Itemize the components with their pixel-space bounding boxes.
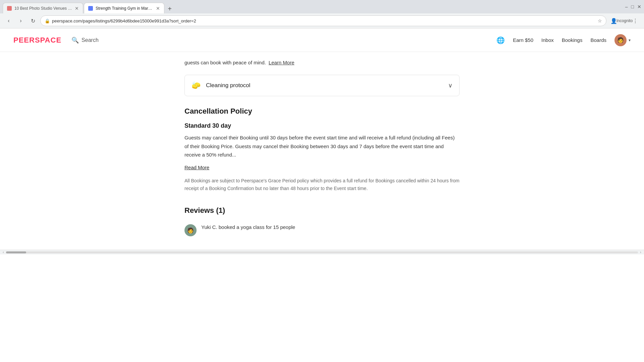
forward-button[interactable]: › (16, 16, 25, 25)
browser-tab-2[interactable]: Strength Training Gym in Markh... ✕ (84, 3, 164, 13)
scrollbar-track (6, 251, 638, 253)
cancellation-policy-title: Cancellation Policy (184, 107, 460, 116)
chevron-down-icon: ▾ (629, 38, 631, 43)
search-icon: 🔍 (71, 37, 79, 44)
tab2-favicon (88, 6, 93, 11)
scroll-left-arrow[interactable]: ‹ (1, 250, 6, 255)
reviews-section: Reviews (1) 🧑 Yuki C. booked a yoga clas… (184, 206, 460, 236)
peerspace-logo[interactable]: PEERSPACE (13, 36, 61, 45)
header-nav: 🌐 Earn $50 Inbox Bookings Boards 🧑 ▾ (496, 34, 631, 46)
globe-icon[interactable]: 🌐 (496, 36, 505, 44)
cleaning-protocol-header[interactable]: 🧽 Cleaning protocol ∨ (185, 75, 459, 96)
cleaning-icon: 🧽 (192, 81, 201, 90)
review-item-1: 🧑 Yuki C. booked a yoga class for 15 peo… (184, 220, 460, 236)
standard-30-day-title: Standard 30 day (184, 122, 460, 129)
lock-icon: 🔒 (45, 18, 50, 23)
maximize-button[interactable]: □ (631, 4, 634, 9)
close-button[interactable]: ✕ (637, 4, 641, 9)
reviewer-text: Yuki C. booked a yoga class for 15 peopl… (201, 224, 295, 230)
top-intro-text: guests can book with peace of mind. Lear… (184, 59, 460, 67)
star-icon[interactable]: ☆ (598, 18, 602, 23)
reviewer-action-text: booked a yoga class for 15 people (219, 224, 296, 230)
scrollbar-thumb[interactable] (6, 251, 26, 253)
reviews-title: Reviews (1) (184, 206, 460, 215)
search-label: Search (82, 37, 99, 43)
learn-more-link[interactable]: Learn More (269, 60, 294, 65)
back-button[interactable]: ‹ (4, 16, 13, 25)
inbox-link[interactable]: Inbox (541, 37, 554, 43)
window-controls: – □ ✕ (625, 4, 641, 9)
address-bar[interactable]: 🔒 peerspace.com/pages/listings/6299b4d6b… (40, 15, 606, 26)
reviewer-avatar: 🧑 (184, 224, 197, 236)
tab1-favicon (7, 6, 12, 11)
minimize-button[interactable]: – (625, 4, 628, 9)
address-bar-actions: ☆ (598, 18, 602, 23)
user-avatar: 🧑 (614, 34, 627, 46)
browser-tab-1[interactable]: 10 Best Photo Studio Venues - T... ✕ (3, 3, 83, 13)
tab1-title: 10 Best Photo Studio Venues - T... (14, 6, 72, 11)
bottom-scrollbar[interactable]: ‹ › (0, 250, 644, 254)
earn-link[interactable]: Earn $50 (513, 37, 533, 43)
boards-link[interactable]: Boards (590, 37, 606, 43)
policy-description-text: Guests may cancel their Booking until 30… (184, 133, 460, 159)
menu-button[interactable]: ⋮ (631, 16, 640, 25)
cancellation-policy-section: Cancellation Policy Standard 30 day Gues… (184, 107, 460, 193)
browser-toolbar: ‹ › ↻ 🔒 peerspace.com/pages/listings/629… (0, 13, 644, 28)
tab2-close-icon[interactable]: ✕ (156, 6, 160, 11)
page-wrapper: PEERSPACE 🔍 Search 🌐 Earn $50 Inbox Book… (0, 28, 644, 250)
header-search[interactable]: 🔍 Search (71, 37, 99, 44)
incognito-button[interactable]: Incognito (620, 16, 629, 25)
bookings-link[interactable]: Bookings (562, 37, 583, 43)
main-content: guests can book with peace of mind. Lear… (171, 52, 473, 250)
user-menu[interactable]: 🧑 ▾ (614, 34, 631, 46)
read-more-link[interactable]: Read More (184, 165, 209, 170)
browser-titlebar: 10 Best Photo Studio Venues - T... ✕ Str… (0, 0, 644, 13)
new-tab-button[interactable]: + (165, 4, 174, 13)
cleaning-chevron-icon: ∨ (448, 82, 452, 89)
grace-period-text: All Bookings are subject to Peerspace's … (184, 177, 460, 193)
reviewer-name: Yuki C. (201, 224, 217, 230)
cleaning-protocol-section: 🧽 Cleaning protocol ∨ (184, 75, 460, 96)
tab1-close-icon[interactable]: ✕ (75, 6, 79, 11)
browser-chrome: 10 Best Photo Studio Venues - T... ✕ Str… (0, 0, 644, 28)
scroll-right-arrow[interactable]: › (638, 250, 643, 255)
reload-button[interactable]: ↻ (28, 16, 38, 25)
cleaning-protocol-title: Cleaning protocol (206, 82, 443, 89)
tab2-title: Strength Training Gym in Markh... (96, 6, 153, 11)
toolbar-actions: 👤 Incognito ⋮ (609, 16, 640, 25)
browser-tabs: 10 Best Photo Studio Venues - T... ✕ Str… (3, 0, 174, 13)
site-header: PEERSPACE 🔍 Search 🌐 Earn $50 Inbox Book… (0, 28, 644, 52)
url-text: peerspace.com/pages/listings/6299b4d6bde… (52, 18, 596, 23)
